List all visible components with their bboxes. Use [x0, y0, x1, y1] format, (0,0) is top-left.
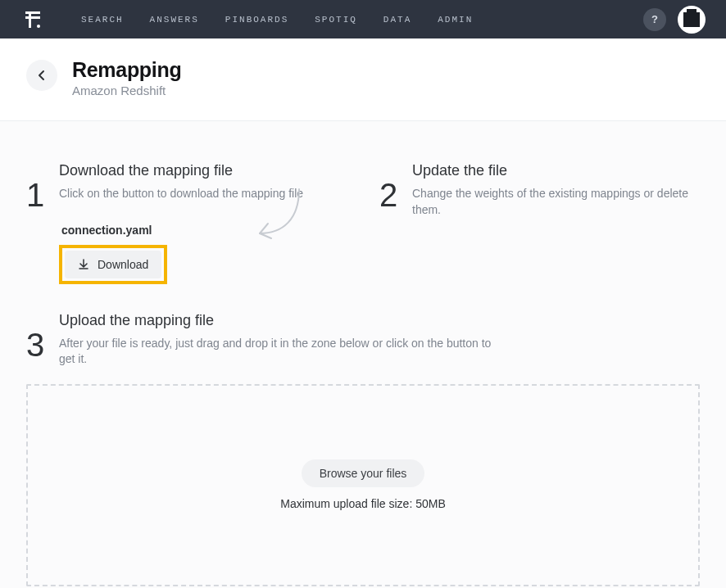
- step-number: 2: [379, 162, 399, 284]
- svg-point-3: [37, 25, 40, 28]
- content-area: 1 Download the mapping file Click on the…: [0, 121, 726, 588]
- page-header: Remapping Amazon Redshift: [0, 38, 726, 121]
- back-button[interactable]: [26, 60, 57, 91]
- nav-data[interactable]: DATA: [370, 15, 424, 25]
- upload-dropzone[interactable]: Browse your files Maximum upload file si…: [26, 384, 700, 586]
- brand-logo[interactable]: [20, 8, 43, 31]
- step-number: 3: [26, 312, 46, 368]
- step-title: Upload the mapping file: [59, 312, 501, 329]
- nav-search[interactable]: SEARCH: [68, 15, 137, 25]
- step-3: 3 Upload the mapping file After your fil…: [26, 312, 700, 368]
- step-2: 2 Update the file Change the weights of …: [379, 162, 700, 284]
- nav-spotiq[interactable]: SPOTIQ: [302, 15, 370, 25]
- download-button[interactable]: Download: [65, 251, 161, 278]
- download-button-label: Download: [98, 258, 148, 271]
- step-description: After your file is ready, just drag and …: [59, 336, 501, 368]
- step-description: Change the weights of the existing mappi…: [412, 186, 700, 218]
- nav-admin[interactable]: ADMIN: [424, 15, 486, 25]
- help-icon[interactable]: ?: [643, 8, 666, 31]
- page-subtitle: Amazon Redshift: [72, 84, 181, 97]
- top-nav: SEARCH ANSWERS PINBOARDS SPOTIQ DATA ADM…: [0, 0, 726, 38]
- step-title: Download the mapping file: [59, 162, 347, 179]
- step-title: Update the file: [412, 162, 700, 179]
- nav-answers[interactable]: ANSWERS: [137, 15, 212, 25]
- chevron-left-icon: [36, 70, 48, 81]
- svg-rect-2: [29, 11, 31, 28]
- download-filename: connection.yaml: [61, 224, 347, 237]
- step-number: 1: [26, 162, 46, 284]
- avatar[interactable]: [678, 6, 706, 34]
- step-1: 1 Download the mapping file Click on the…: [26, 162, 347, 284]
- step-description: Click on the button to download the mapp…: [59, 186, 347, 202]
- download-icon: [78, 259, 89, 270]
- highlight-box: Download: [59, 245, 167, 284]
- svg-rect-0: [25, 11, 40, 14]
- browse-files-button[interactable]: Browse your files: [302, 459, 425, 487]
- upload-size-hint: Maximum upload file size: 50MB: [280, 497, 446, 510]
- page-title: Remapping: [72, 58, 181, 82]
- nav-pinboards[interactable]: PINBOARDS: [212, 15, 302, 25]
- svg-rect-1: [25, 16, 40, 19]
